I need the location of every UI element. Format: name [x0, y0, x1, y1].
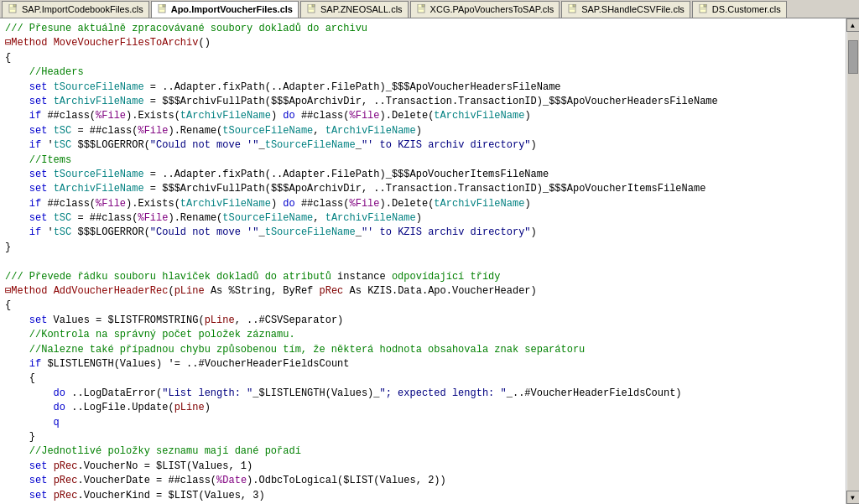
tab-sap-shandle[interactable]: SAP.SHandleCSVFile.cls: [561, 1, 690, 18]
svg-rect-1: [13, 4, 16, 7]
scroll-thumb[interactable]: [848, 40, 858, 74]
tab-label: SAP.ZNEOSALL.cls: [320, 4, 403, 14]
svg-rect-5: [163, 4, 165, 7]
cls-file-icon-2: [306, 3, 318, 15]
vertical-scrollbar[interactable]: ▲ ▼: [846, 18, 859, 504]
svg-rect-9: [312, 4, 315, 7]
cls-file-icon-5: [698, 3, 710, 15]
tab-label: SAP.SHandleCSVFile.cls: [581, 4, 685, 14]
tab-xcg-papo[interactable]: XCG.PApoVouchersToSAP.cls: [410, 1, 560, 18]
cls-file-icon-3: [416, 3, 428, 15]
svg-rect-17: [573, 4, 575, 7]
scroll-down-button[interactable]: ▼: [846, 491, 860, 504]
tab-sap-zneosall[interactable]: SAP.ZNEOSALL.cls: [300, 1, 409, 18]
tab-sap-import-codebook[interactable]: SAP.ImportCodebookFiles.cls: [2, 1, 149, 18]
svg-rect-13: [422, 4, 424, 7]
scroll-track[interactable]: [847, 32, 859, 491]
cls-file-icon-active: [157, 3, 169, 15]
cls-file-icon: [8, 3, 19, 15]
tab-label: DS.Customer.cls: [712, 4, 781, 14]
tab-label: XCG.PApoVouchersToSAP.cls: [430, 4, 554, 14]
tab-bar: SAP.ImportCodebookFiles.cls Apo.ImportVo…: [0, 0, 859, 18]
tab-label: SAP.ImportCodebookFiles.cls: [22, 4, 143, 14]
tab-label: Apo.ImportVoucherFiles.cls: [171, 4, 293, 14]
tab-ds-customer[interactable]: DS.Customer.cls: [692, 1, 787, 18]
svg-rect-21: [704, 4, 706, 7]
main-content: /// Přesune aktuálně zpracovávané soubor…: [0, 18, 859, 504]
code-editor[interactable]: /// Přesune aktuálně zpracovávané soubor…: [0, 18, 846, 504]
scroll-up-button[interactable]: ▲: [846, 18, 860, 32]
cls-file-icon-4: [567, 3, 579, 15]
tab-apo-import-voucher[interactable]: Apo.ImportVoucherFiles.cls: [151, 1, 299, 18]
code-text: /// Přesune aktuálně zpracovávané soubor…: [0, 18, 846, 504]
